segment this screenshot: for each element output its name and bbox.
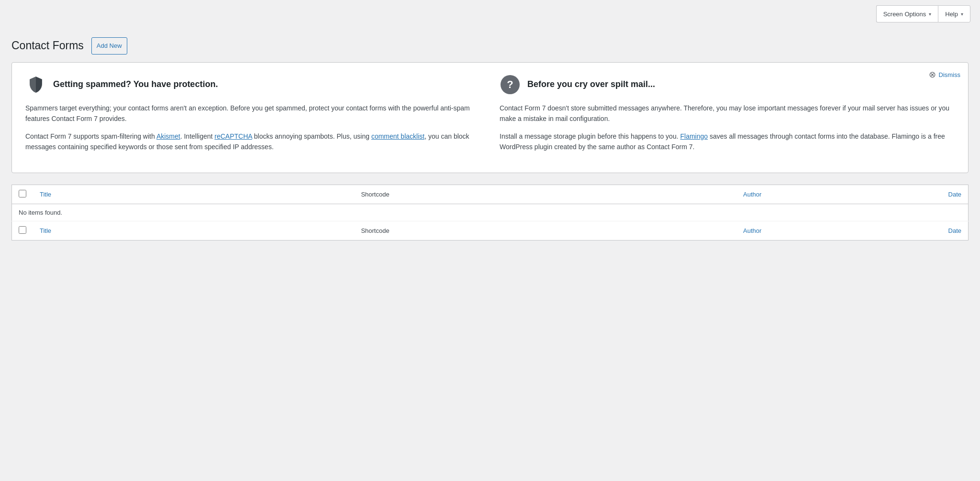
notice-col1-para2-mid2: blocks annoying spambots. Plus, using	[252, 132, 371, 140]
notice-col-spam: Getting spammed? You have protection. Sp…	[25, 74, 480, 159]
dismiss-label: Dismiss	[939, 71, 961, 78]
notice-col1-para2-before: Contact Form 7 supports spam-filtering w…	[25, 132, 156, 140]
table-col-shortcode-header: Shortcode	[219, 185, 531, 204]
notice-col2-para1: Contact Form 7 doesn't store submitted m…	[500, 103, 955, 124]
help-button[interactable]: Help ▾	[938, 5, 970, 22]
table-col-title-header: Title	[33, 185, 219, 204]
date-sort-link-footer[interactable]: Date	[948, 227, 961, 234]
table-footer-row: Title Shortcode Author Date	[12, 221, 969, 240]
table-footer-col-checkbox	[12, 221, 33, 240]
screen-options-label: Screen Options	[883, 11, 926, 18]
table-col-author-header: Author	[531, 185, 768, 204]
select-all-checkbox[interactable]	[19, 190, 26, 197]
notice-col2-heading-row: ? Before you cry over spilt mail...	[500, 74, 955, 95]
table-footer-col-title: Title	[33, 221, 219, 240]
shield-icon	[25, 74, 46, 95]
screen-options-chevron-icon: ▾	[929, 11, 931, 17]
table-footer-col-shortcode: Shortcode	[219, 221, 531, 240]
screen-options-button[interactable]: Screen Options ▾	[876, 5, 938, 22]
no-items-cell: No items found.	[12, 204, 969, 221]
notice-col1-para2-mid1: . Intelligent	[180, 132, 215, 140]
flamingo-link[interactable]: Flamingo	[680, 132, 708, 140]
table-footer-col-author: Author	[531, 221, 768, 240]
page-title: Contact Forms	[11, 39, 84, 53]
table-section: Title Shortcode Author Date No items fou…	[11, 185, 969, 240]
dismiss-circle-icon: ⊗	[929, 69, 936, 80]
notice-col1-para1: Spammers target everything; your contact…	[25, 103, 480, 124]
no-items-row: No items found.	[12, 204, 969, 221]
notice-columns: Getting spammed? You have protection. Sp…	[25, 74, 955, 159]
dismiss-button[interactable]: ⊗ Dismiss	[929, 69, 961, 80]
notice-box: ⊗ Dismiss Getting spammed? You have prot…	[11, 62, 969, 173]
notice-col1-heading-row: Getting spammed? You have protection.	[25, 74, 480, 95]
notice-col2-para2-before: Install a message storage plugin before …	[500, 132, 680, 140]
notice-col-mail: ? Before you cry over spilt mail... Cont…	[500, 74, 955, 159]
date-sort-link[interactable]: Date	[948, 191, 961, 198]
table-header-row: Title Shortcode Author Date	[12, 185, 969, 204]
page-header: Contact Forms Add New	[0, 28, 980, 62]
akismet-link[interactable]: Akismet	[156, 132, 180, 140]
top-bar: Screen Options ▾ Help ▾	[0, 0, 980, 28]
table-col-checkbox	[12, 185, 33, 204]
title-sort-link-footer[interactable]: Title	[40, 227, 51, 234]
question-mark-icon: ?	[500, 74, 521, 95]
notice-col2-heading: Before you cry over spilt mail...	[527, 79, 655, 90]
help-label: Help	[945, 11, 958, 18]
notice-col2-para2: Install a message storage plugin before …	[500, 131, 955, 153]
add-new-button[interactable]: Add New	[91, 37, 127, 55]
contact-forms-table: Title Shortcode Author Date No items fou…	[11, 185, 969, 240]
table-col-date-header: Date	[768, 185, 968, 204]
author-sort-link[interactable]: Author	[743, 191, 761, 198]
recaptcha-link[interactable]: reCAPTCHA	[214, 132, 252, 140]
notice-col1-heading: Getting spammed? You have protection.	[53, 79, 218, 90]
notice-col1-para2: Contact Form 7 supports spam-filtering w…	[25, 131, 480, 153]
select-all-checkbox-footer[interactable]	[19, 226, 26, 234]
comment-blacklist-link[interactable]: comment blacklist	[371, 132, 424, 140]
main-content: ⊗ Dismiss Getting spammed? You have prot…	[0, 62, 980, 240]
table-footer-col-date: Date	[768, 221, 968, 240]
help-chevron-icon: ▾	[961, 11, 963, 17]
title-sort-link[interactable]: Title	[40, 191, 51, 198]
author-sort-link-footer[interactable]: Author	[743, 227, 761, 234]
